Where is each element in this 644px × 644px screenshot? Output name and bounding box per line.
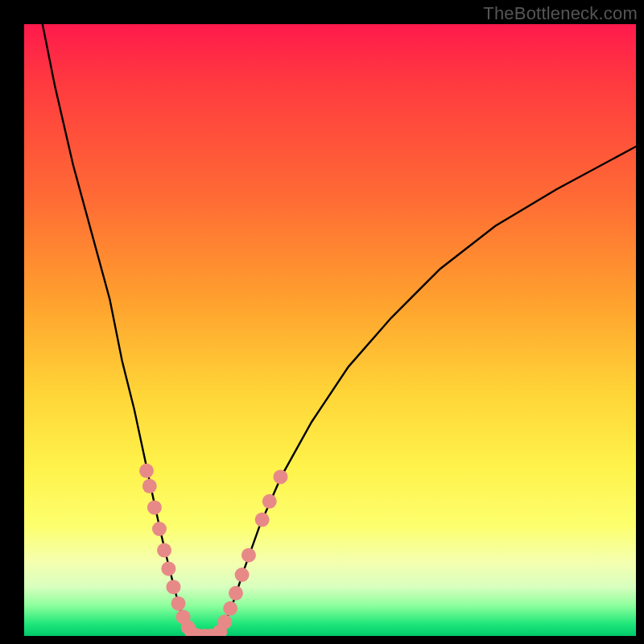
data-dot (157, 543, 171, 558)
data-dot (262, 494, 277, 509)
chart-svg (24, 24, 636, 636)
chart-frame: TheBottleneck.com (0, 0, 644, 644)
data-dot (255, 513, 270, 527)
data-dot (242, 548, 256, 563)
data-dot (147, 500, 162, 514)
bottleneck-curve (43, 24, 636, 636)
data-dot (217, 615, 232, 630)
data-dot (229, 586, 243, 601)
data-dot (273, 469, 287, 484)
chart-plot-area (24, 24, 636, 636)
watermark-text: TheBottleneck.com (483, 3, 638, 24)
data-dot (223, 601, 237, 616)
data-dot (171, 597, 186, 611)
data-dot (166, 580, 180, 594)
data-dot (152, 522, 167, 536)
curve-data-dots (139, 464, 287, 636)
data-dot (235, 568, 250, 582)
data-dot (139, 464, 154, 478)
data-dot (142, 479, 157, 493)
data-dot (161, 561, 175, 576)
